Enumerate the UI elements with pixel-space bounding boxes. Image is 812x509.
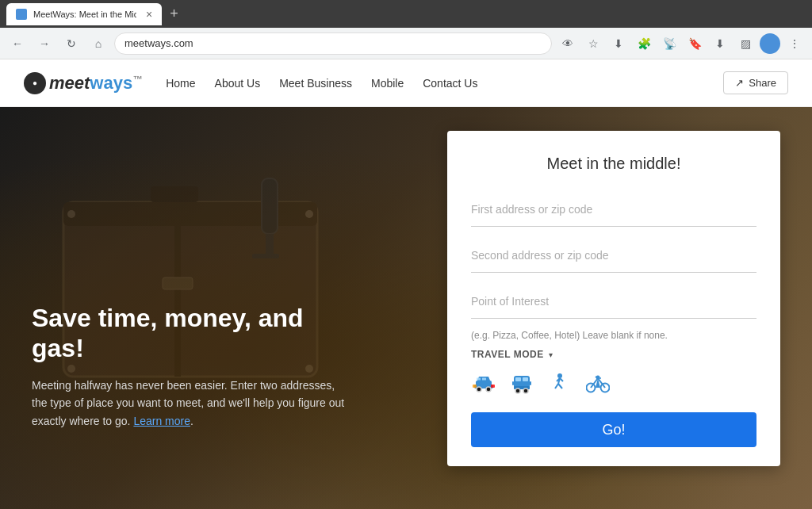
hint-text: (e.g. Pizza, Coffee, Hotel) Leave blank … — [471, 330, 756, 341]
svg-line-34 — [560, 378, 563, 381]
car-transport-icon[interactable] — [471, 371, 496, 396]
save-icon[interactable]: 🔖 — [684, 33, 706, 55]
extensions-icon[interactable]: 🧩 — [633, 33, 655, 55]
tab-favicon — [16, 9, 27, 20]
nav-about[interactable]: About Us — [215, 77, 261, 90]
svg-rect-23 — [523, 377, 528, 381]
logo-text: meetmeetwaysways™ — [49, 73, 142, 94]
forward-button[interactable]: → — [33, 33, 56, 55]
point-of-interest-input[interactable] — [471, 284, 756, 319]
refresh-button[interactable]: ↻ — [60, 33, 82, 55]
svg-rect-18 — [482, 378, 486, 381]
toolbar-icons: 👁 ☆ ⬇ 🧩 📡 🔖 ⬇ ▨ ⋮ — [557, 33, 806, 55]
svg-rect-28 — [530, 381, 531, 385]
svg-point-16 — [486, 387, 491, 392]
back-button[interactable]: ← — [6, 33, 29, 55]
cycling-transport-icon[interactable] — [585, 371, 611, 396]
svg-point-26 — [523, 388, 528, 393]
download-icon[interactable]: ⬇ — [607, 33, 630, 55]
eye-off-icon[interactable]: 👁 — [557, 33, 579, 55]
hero-section: Save time, money, and gas! Meeting halfw… — [0, 107, 812, 509]
new-tab-button[interactable]: + — [170, 6, 178, 22]
hero-subtext: Meeting halfway has never been easier. E… — [32, 377, 349, 430]
website: ● meetmeetwaysways™ Home About Us Meet B… — [0, 59, 812, 509]
svg-rect-27 — [512, 381, 514, 385]
card-title: Meet in the middle! — [471, 155, 756, 173]
share-label: Share — [749, 77, 776, 89]
tab-title: MeetWays: Meet in the Midd... — [33, 10, 136, 19]
downloads-icon[interactable]: ⬇ — [709, 33, 731, 55]
logo[interactable]: ● meetmeetwaysways™ — [24, 72, 142, 94]
logo-icon: ● — [24, 72, 46, 94]
svg-rect-22 — [515, 377, 521, 381]
travel-mode-label: TRAVEL MODE — [471, 349, 544, 360]
nav-links: Home About Us Meet Business Mobile Conta… — [166, 77, 477, 90]
learn-more-link[interactable]: Learn more — [133, 415, 190, 427]
url-text: meetways.com — [124, 37, 193, 49]
bus-transport-icon[interactable] — [509, 371, 534, 396]
hero-headline: Save time, money, and gas! — [32, 303, 349, 364]
svg-point-25 — [515, 388, 520, 393]
nav-contact[interactable]: Contact Us — [423, 77, 477, 90]
svg-rect-19 — [473, 385, 477, 388]
walking-transport-icon[interactable] — [547, 371, 573, 396]
nav-mobile[interactable]: Mobile — [371, 77, 404, 90]
travel-mode-row: TRAVEL MODE ▾ — [471, 349, 756, 360]
menu-button[interactable]: ⋮ — [783, 33, 806, 55]
svg-point-15 — [477, 387, 481, 392]
second-address-input[interactable] — [471, 238, 756, 273]
go-button[interactable]: Go! — [471, 412, 756, 447]
svg-line-31 — [555, 384, 558, 388]
browser-tab[interactable]: MeetWays: Meet in the Midd... × — [6, 3, 162, 25]
nav-home[interactable]: Home — [166, 77, 195, 90]
svg-line-32 — [558, 384, 562, 388]
hero-subtext-period: . — [190, 415, 193, 427]
meet-card: Meet in the middle! (e.g. Pizza, Coffee,… — [447, 131, 780, 466]
profile-avatar[interactable] — [760, 33, 780, 54]
svg-rect-17 — [477, 378, 481, 381]
svg-rect-20 — [491, 385, 495, 388]
navbar: ● meetmeetwaysways™ Home About Us Meet B… — [0, 59, 812, 107]
cast-icon[interactable]: 📡 — [658, 33, 680, 55]
home-button[interactable]: ⌂ — [87, 33, 109, 55]
tab-close-button[interactable]: × — [146, 8, 152, 21]
first-address-input[interactable] — [471, 192, 756, 227]
nav-business[interactable]: Meet Business — [279, 77, 352, 90]
share-button[interactable]: ↗ Share — [723, 71, 788, 94]
address-bar[interactable]: meetways.com — [114, 33, 552, 55]
share-icon: ↗ — [735, 77, 744, 89]
hero-content-left: Save time, money, and gas! Meeting halfw… — [32, 303, 349, 430]
split-icon[interactable]: ▨ — [734, 33, 756, 55]
travel-mode-dropdown-arrow[interactable]: ▾ — [549, 350, 553, 359]
browser-chrome: MeetWays: Meet in the Midd... × + — [0, 0, 812, 28]
svg-point-29 — [557, 373, 562, 378]
star-icon[interactable]: ☆ — [582, 33, 604, 55]
transport-icons — [471, 371, 756, 396]
browser-toolbar: ← → ↻ ⌂ meetways.com 👁 ☆ ⬇ 🧩 📡 🔖 ⬇ ▨ ⋮ — [0, 28, 812, 59]
